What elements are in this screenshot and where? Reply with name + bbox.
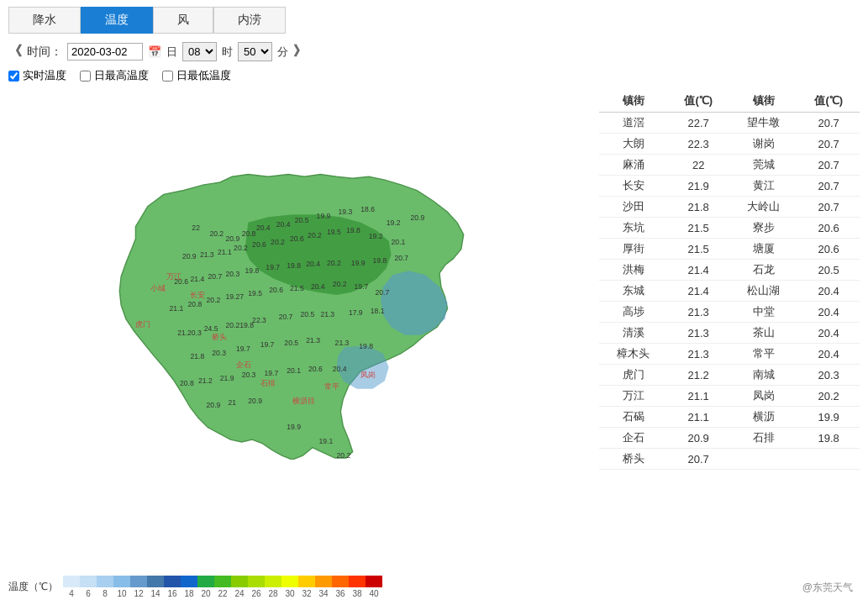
legend-tick: 12 — [130, 589, 147, 598]
table-cell: 长安 — [599, 176, 667, 197]
table-cell: 20.4 — [797, 281, 860, 302]
table-cell: 21.2 — [667, 365, 729, 386]
legend-ticks: 46810121416182022242628303234363840 — [63, 589, 382, 598]
table-cell — [729, 449, 797, 470]
table-cell: 21.8 — [667, 197, 729, 218]
table-row: 洪梅21.4石龙20.5 — [599, 260, 860, 281]
svg-text:20.5: 20.5 — [295, 216, 309, 224]
table-row: 虎门21.2南城20.3 — [599, 365, 860, 386]
legend-segment — [366, 576, 382, 587]
table-wrapper: 镇街 值(℃) 镇街 值(℃) 道滘22.7望牛墩20.7大朗22.3谢岗20.… — [599, 90, 860, 598]
svg-text:20.3: 20.3 — [226, 270, 240, 278]
legend-segment — [181, 576, 197, 587]
legend-tick: 26 — [248, 589, 265, 598]
svg-text:19.7: 19.7 — [260, 340, 275, 349]
table-cell: 企石 — [599, 428, 667, 449]
table-cell: 21.1 — [667, 407, 729, 428]
next-time-button[interactable]: 》 — [293, 43, 307, 60]
col-header-val1: 值(℃) — [667, 90, 729, 113]
minute-select[interactable]: 500010 — [238, 42, 272, 61]
date-input[interactable] — [67, 43, 143, 60]
svg-text:19.5: 19.5 — [248, 289, 262, 297]
legend-segment — [197, 576, 214, 587]
legend-tick: 22 — [214, 589, 231, 598]
legend-segment — [248, 576, 265, 587]
tab-temperature[interactable]: 温度 — [81, 7, 153, 34]
table-row: 东坑21.5寮步20.6 — [599, 218, 860, 239]
legend-segment — [63, 576, 80, 587]
col-header-val2: 值(℃) — [797, 90, 860, 113]
svg-text:19.3: 19.3 — [338, 208, 352, 216]
svg-text:19.2: 19.2 — [387, 218, 401, 227]
legend-tick: 34 — [315, 589, 332, 598]
table-cell: 20.4 — [797, 344, 860, 365]
svg-text:20.4: 20.4 — [276, 220, 291, 229]
calendar-icon[interactable]: 📅 — [148, 45, 161, 58]
tab-precipitation[interactable]: 降水 — [8, 7, 81, 34]
table-cell: 洪梅 — [599, 260, 667, 281]
legend-color-bar — [63, 576, 382, 587]
tab-flooding[interactable]: 内涝 — [213, 7, 286, 34]
legend-segment — [113, 576, 130, 587]
svg-text:桥头: 桥头 — [211, 333, 227, 341]
svg-text:20.2: 20.2 — [207, 296, 221, 304]
legend-tick: 10 — [113, 589, 130, 598]
prev-time-button[interactable]: 《 — [8, 43, 22, 60]
table-cell: 大岭山 — [729, 197, 797, 218]
table-cell: 20.5 — [797, 260, 860, 281]
legend-segment — [80, 576, 97, 587]
table-cell: 虎门 — [599, 365, 667, 386]
svg-text:20.4: 20.4 — [306, 260, 320, 268]
table-cell: 东坑 — [599, 218, 667, 239]
svg-text:小城: 小城 — [150, 284, 166, 292]
svg-text:20.6: 20.6 — [252, 240, 266, 249]
svg-text:21.3: 21.3 — [200, 250, 214, 259]
svg-text:20.8: 20.8 — [242, 229, 256, 238]
svg-text:20.8: 20.8 — [180, 379, 194, 387]
svg-text:横沥目: 横沥目 — [292, 397, 315, 405]
table-cell: 横沥 — [729, 407, 797, 428]
legend-segment — [332, 576, 349, 587]
tab-wind[interactable]: 风 — [153, 7, 213, 34]
checkbox-realtime[interactable]: 实时温度 — [8, 68, 66, 83]
svg-text:20.2: 20.2 — [337, 451, 351, 460]
table-cell: 麻涌 — [599, 155, 667, 176]
table-cell: 东城 — [599, 281, 667, 302]
legend-segment — [349, 576, 366, 587]
svg-text:20.2: 20.2 — [333, 280, 347, 288]
hour-unit: 时 — [222, 45, 233, 60]
checkbox-min-temp[interactable]: 日最低温度 — [162, 68, 231, 83]
svg-text:19.7: 19.7 — [264, 369, 278, 377]
svg-text:18.6: 18.6 — [360, 205, 375, 213]
hour-select[interactable]: 080910 — [182, 42, 217, 61]
table-row: 长安21.9黄江20.7 — [599, 176, 860, 197]
table-cell: 茶山 — [729, 323, 797, 344]
map-svg: 22 20.2 20.9 20.8 20.4 20.4 20.5 19.9 19… — [8, 90, 592, 460]
svg-text:20.7: 20.7 — [279, 313, 293, 321]
svg-text:凤岗: 凤岗 — [360, 371, 376, 379]
checkbox-max-temp[interactable]: 日最高温度 — [80, 68, 149, 83]
table-cell: 莞城 — [729, 155, 797, 176]
legend-tick: 18 — [181, 589, 197, 598]
table-row: 厚街21.5塘厦20.6 — [599, 239, 860, 260]
table-cell: 21.3 — [667, 344, 729, 365]
svg-text:21.9: 21.9 — [220, 374, 234, 382]
table-cell: 石碣 — [599, 407, 667, 428]
legend-tick: 36 — [332, 589, 349, 598]
table-cell: 20.6 — [797, 218, 860, 239]
table-cell: 樟木头 — [599, 344, 667, 365]
legend-segment — [298, 576, 315, 587]
table-row: 东城21.4松山湖20.4 — [599, 281, 860, 302]
table-cell: 望牛墩 — [729, 113, 797, 134]
svg-text:企石: 企石 — [236, 360, 251, 369]
table-cell: 21.9 — [667, 176, 729, 197]
legend-segment — [281, 576, 298, 587]
svg-text:20.2: 20.2 — [209, 229, 224, 238]
svg-text:石排: 石排 — [260, 379, 276, 387]
svg-text:20.6: 20.6 — [290, 234, 304, 243]
map-area: 22 20.2 20.9 20.8 20.4 20.4 20.5 19.9 19… — [8, 90, 592, 598]
legend-tick: 38 — [349, 589, 366, 598]
svg-text:20.3: 20.3 — [212, 349, 226, 357]
svg-text:19.8: 19.8 — [245, 266, 260, 275]
svg-text:20.6: 20.6 — [269, 286, 283, 294]
